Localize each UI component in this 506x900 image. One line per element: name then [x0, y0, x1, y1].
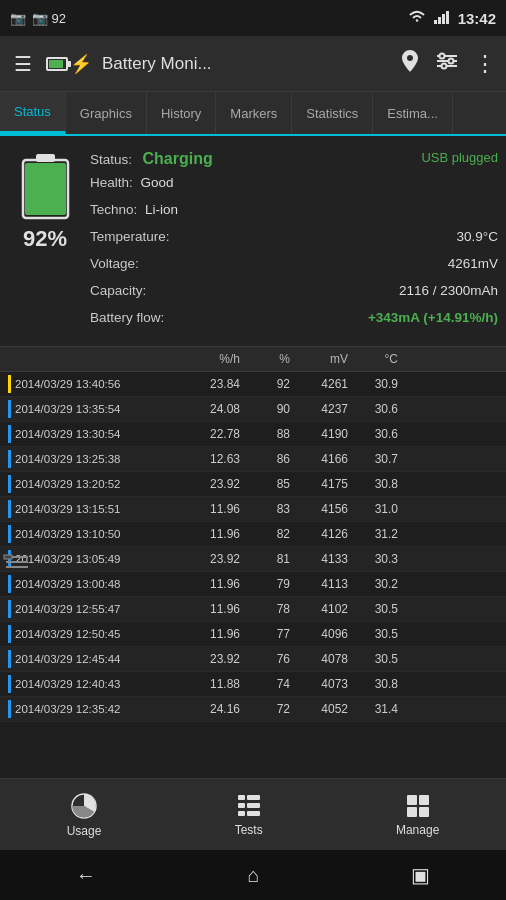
table-row[interactable]: 2014/03/29 12:50:45 11.96 77 4096 30.5: [0, 622, 506, 647]
table-row[interactable]: 2014/03/29 13:15:51 11.96 83 4156 31.0: [0, 497, 506, 522]
temp-cell: 30.5: [358, 602, 408, 616]
home-button[interactable]: ⌂: [247, 864, 259, 887]
camera-icon: 📷: [10, 11, 26, 26]
pct-cell: 79: [250, 577, 300, 591]
status-panel: 92% Status: Charging USB plugged Health:…: [0, 136, 506, 347]
status-label: Status: Charging: [90, 150, 213, 168]
table-row[interactable]: 2014/03/29 13:35:54 24.08 90 4237 30.6: [0, 397, 506, 422]
temp-cell: 30.2: [358, 577, 408, 591]
techno-value: Li-ion: [145, 202, 178, 217]
table-row[interactable]: 2014/03/29 13:20:52 23.92 85 4175 30.8: [0, 472, 506, 497]
location-icon[interactable]: [400, 50, 420, 77]
table-row[interactable]: 2014/03/29 13:00:48 11.96 79 4113 30.2: [0, 572, 506, 597]
tab-history[interactable]: History: [147, 92, 216, 134]
health-value: Good: [141, 175, 174, 190]
pct-cell: 92: [250, 377, 300, 391]
manage-nav-item[interactable]: Manage: [396, 793, 439, 837]
table-row[interactable]: 2014/03/29 12:45:44 23.92 76 4078 30.5: [0, 647, 506, 672]
pct-cell: 88: [250, 427, 300, 441]
status-bar: 📷 📷 92 13:42: [0, 0, 506, 36]
temp-cell: 30.3: [358, 552, 408, 566]
battery-icon-container: 92%: [0, 146, 90, 258]
usage-nav-item[interactable]: Usage: [67, 792, 102, 838]
pct-cell: 78: [250, 602, 300, 616]
pct-col-header: %: [250, 352, 300, 366]
mv-cell: 4175: [300, 477, 358, 491]
mv-cell: 4261: [300, 377, 358, 391]
volt-row: Voltage: 4261mV: [90, 251, 506, 278]
tab-graphics[interactable]: Graphics: [66, 92, 147, 134]
datetime-cell: 2014/03/29 13:20:52: [0, 475, 190, 493]
rph-cell: 11.96: [190, 577, 250, 591]
svg-rect-21: [247, 803, 260, 808]
temp-cell: 30.7: [358, 452, 408, 466]
flow-row: Battery flow: +343mA (+14.91%/h): [90, 305, 506, 332]
pct-cell: 76: [250, 652, 300, 666]
scroll-control-icon[interactable]: [2, 547, 32, 577]
side-controls[interactable]: [2, 547, 32, 577]
datetime-cell: 2014/03/29 12:35:42: [0, 700, 190, 718]
temp-value: 30.9°C: [457, 226, 498, 249]
signal-icon: [434, 10, 450, 27]
pct-cell: 82: [250, 527, 300, 541]
mv-cell: 4113: [300, 577, 358, 591]
pct-cell: 81: [250, 552, 300, 566]
back-button[interactable]: ←: [76, 864, 96, 887]
table-row[interactable]: 2014/03/29 13:40:56 23.84 92 4261 30.9: [0, 372, 506, 397]
usb-plugged-label: USB plugged: [421, 150, 498, 168]
pct-cell: 83: [250, 502, 300, 516]
table-row[interactable]: 2014/03/29 13:30:54 22.78 88 4190 30.6: [0, 422, 506, 447]
datetime-cell: 2014/03/29 12:45:44: [0, 650, 190, 668]
mv-cell: 4126: [300, 527, 358, 541]
pct-cell: 72: [250, 702, 300, 716]
datetime-cell: 2014/03/29 12:55:47: [0, 600, 190, 618]
mv-cell: 4096: [300, 627, 358, 641]
tab-markers[interactable]: Markers: [216, 92, 292, 134]
mv-cell: 4166: [300, 452, 358, 466]
rph-cell: 11.96: [190, 527, 250, 541]
more-options-icon[interactable]: ⋮: [474, 51, 496, 77]
table-row[interactable]: 2014/03/29 13:05:49 23.92 81 4133 30.3: [0, 547, 506, 572]
table-row[interactable]: 2014/03/29 12:35:42 24.16 72 4052 31.4: [0, 697, 506, 722]
tab-status[interactable]: Status: [0, 92, 66, 134]
table-row[interactable]: 2014/03/29 12:40:43 11.88 74 4073 30.8: [0, 672, 506, 697]
status-bar-right: 13:42: [408, 10, 496, 27]
lightning-icon: ⚡: [70, 53, 92, 75]
wifi-icon: [408, 10, 426, 27]
data-table-container: %/h % mV °C 2014/03/29 13:40:56 23.84 92…: [0, 347, 506, 778]
toolbar-actions: ⋮: [400, 50, 496, 77]
temp-cell: 30.6: [358, 402, 408, 416]
datetime-cell: 2014/03/29 13:30:54: [0, 425, 190, 443]
tab-bar: Status Graphics History Markers Statisti…: [0, 92, 506, 136]
cap-value: 2116 / 2300mAh: [399, 280, 498, 303]
status-details: Status: Charging USB plugged Health: Goo…: [90, 146, 506, 336]
temp-label: Temperature:: [90, 226, 170, 249]
datetime-cell: 2014/03/29 13:25:38: [0, 450, 190, 468]
recent-apps-button[interactable]: ▣: [411, 863, 430, 887]
svg-rect-0: [434, 20, 437, 24]
tab-statistics[interactable]: Statistics: [292, 92, 373, 134]
svg-rect-19: [247, 795, 260, 800]
menu-icon[interactable]: ☰: [10, 48, 36, 80]
table-row[interactable]: 2014/03/29 13:25:38 12.63 86 4166 30.7: [0, 447, 506, 472]
datetime-col-header: [0, 352, 190, 366]
rph-cell: 12.63: [190, 452, 250, 466]
rph-cell: 23.92: [190, 552, 250, 566]
temp-cell: 30.5: [358, 627, 408, 641]
svg-rect-16: [4, 555, 12, 559]
rph-cell: 23.84: [190, 377, 250, 391]
battery-percent: 92%: [23, 226, 67, 252]
toolbar-battery: ⚡: [46, 53, 92, 75]
capacity-row: Capacity: 2116 / 2300mAh: [90, 278, 506, 305]
tab-estimate[interactable]: Estima...: [373, 92, 453, 134]
volt-value: 4261mV: [448, 253, 498, 276]
volt-label: Voltage:: [90, 253, 139, 276]
mv-cell: 4133: [300, 552, 358, 566]
rph-cell: 23.92: [190, 477, 250, 491]
table-row[interactable]: 2014/03/29 12:55:47 11.96 78 4102 30.5: [0, 597, 506, 622]
table-row[interactable]: 2014/03/29 13:10:50 11.96 82 4126 31.2: [0, 522, 506, 547]
celsius-col-header: °C: [358, 352, 408, 366]
main-content: 92% Status: Charging USB plugged Health:…: [0, 136, 506, 778]
filter-icon[interactable]: [436, 52, 458, 75]
tests-nav-item[interactable]: Tests: [235, 793, 263, 837]
